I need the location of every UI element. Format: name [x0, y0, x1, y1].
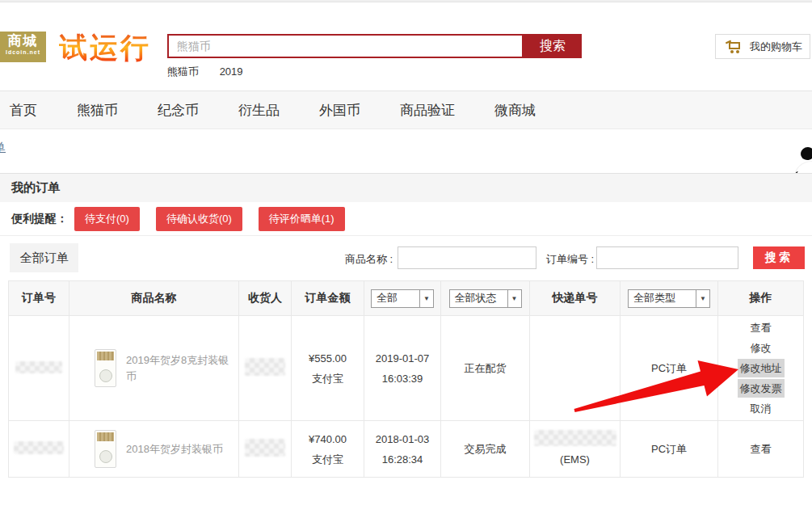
view-order-link[interactable]: 查看: [718, 318, 803, 338]
order-number-cell: [9, 421, 69, 478]
product-cell: 2019年贺岁8克封装银币: [69, 316, 239, 421]
pending-review-button[interactable]: 待评价晒单(1): [259, 207, 345, 231]
order-number-input[interactable]: [596, 246, 738, 269]
reminder-label: 便利提醒：: [11, 212, 68, 226]
nav-item-panda-coin[interactable]: 熊猫币: [77, 101, 118, 120]
modify-order-link[interactable]: 修改: [718, 338, 803, 358]
orders-table: 订单号 商品名称 收货人 订单金额 全部 ▼ 全部状态 ▼ 快递单号 全部类型: [8, 280, 804, 478]
order-status: 正在配货: [465, 362, 507, 374]
cart-label: 我的购物车: [750, 40, 802, 54]
panda-ear: [799, 145, 812, 162]
masked-order-number: [15, 361, 62, 373]
order-number-label: 订单编号 :: [546, 252, 594, 267]
tracking-carrier: (EMS): [530, 451, 620, 468]
modify-address-link[interactable]: 修改地址: [738, 359, 785, 377]
payment-method: 支付宝: [292, 449, 364, 470]
col-type-filter: 全部类型 ▼: [621, 281, 718, 316]
order-type: PC订单: [651, 362, 687, 374]
hot-keyword-link[interactable]: 熊猫币: [167, 65, 199, 78]
nav-item-foreign-coin[interactable]: 外国币: [319, 101, 360, 120]
order-time: 16:03:39: [364, 369, 440, 389]
pending-payment-button[interactable]: 待支付(0): [74, 207, 140, 231]
type-cell: PC订单: [621, 421, 718, 478]
my-cart-button[interactable]: 我的购物车: [715, 34, 810, 59]
order-time-cell: 2018-01-03 16:28:34: [364, 421, 441, 478]
order-status: 交易完成: [465, 443, 507, 455]
order-date: 2018-01-03: [364, 429, 440, 449]
logo-domain: ldcoin.net: [0, 48, 46, 56]
col-consignee: 收货人: [239, 281, 292, 316]
top-divider: [0, 0, 812, 2]
type-filter-select[interactable]: 全部类型 ▼: [628, 289, 710, 308]
pending-receipt-button[interactable]: 待确认收货(0): [156, 207, 242, 231]
reminder-bar: 便利提醒： 待支付(0) 待确认收货(0) 待评价晒单(1): [0, 202, 812, 236]
actions-cell: 查看 修改 修改地址 修改发票 取消: [718, 316, 804, 421]
nav-item-derivatives[interactable]: 衍生品: [238, 101, 280, 120]
order-management-page: 商城 ldcoin.net 试运行 搜索 熊猫币 2019 我的购物车 首页 熊…: [0, 0, 812, 514]
masked-consignee: [245, 358, 285, 376]
tab-all-orders[interactable]: 全部订单: [10, 243, 78, 272]
col-status-filter: 全部状态 ▼: [441, 281, 530, 316]
product-thumbnail[interactable]: [95, 430, 116, 468]
col-amount: 订单金额: [292, 281, 364, 316]
col-product: 商品名称: [69, 281, 239, 316]
hot-keyword-link[interactable]: 2019: [220, 65, 243, 78]
order-amount: ¥555.00: [292, 348, 364, 369]
cart-icon: [726, 40, 742, 53]
product-name-label: 商品名称 :: [345, 252, 393, 267]
masked-order-number: [14, 441, 64, 454]
status-cell: 正在配货: [441, 316, 530, 421]
col-tracking: 快递单号: [530, 281, 621, 316]
consignee-cell: [239, 421, 292, 478]
nav-item-product-verify[interactable]: 商品验证: [400, 101, 455, 120]
site-logo[interactable]: 商城 ldcoin.net: [0, 32, 46, 62]
masked-consignee: [245, 439, 285, 457]
payment-method: 支付宝: [292, 369, 364, 389]
filter-search-button[interactable]: 搜索: [753, 246, 805, 269]
time-filter-select[interactable]: 全部 ▼: [371, 289, 434, 308]
breadcrumb[interactable]: 单: [0, 141, 6, 155]
page-title-bar: 我的订单: [0, 173, 812, 202]
consignee-cell: [239, 316, 292, 421]
modify-invoice-link[interactable]: 修改发票: [738, 379, 785, 398]
nav-item-micro-mall[interactable]: 微商城: [494, 101, 536, 120]
order-amount: ¥740.00: [292, 429, 364, 449]
view-order-link[interactable]: 查看: [718, 439, 803, 459]
product-name[interactable]: 2019年贺岁8克封装银币: [126, 352, 238, 385]
main-nav: 首页 熊猫币 纪念币 衍生品 外国币 商品验证 微商城: [0, 91, 812, 129]
logo-text: 商城: [0, 34, 46, 48]
beta-badge: 试运行: [59, 29, 151, 67]
product-cell: 2018年贺岁封装银币: [69, 421, 239, 478]
nav-item-commemorative-coin[interactable]: 纪念币: [158, 101, 199, 120]
tracking-cell: (EMS): [530, 421, 621, 478]
nav-item-home[interactable]: 首页: [10, 101, 37, 120]
chevron-down-icon: ▼: [696, 290, 709, 307]
amount-cell: ¥555.00 支付宝: [292, 316, 364, 421]
status-filter-select[interactable]: 全部状态 ▼: [449, 289, 522, 308]
hot-keywords: 熊猫币 2019: [167, 65, 261, 79]
order-time-cell: 2019-01-07 16:03:39: [364, 316, 441, 421]
table-header-row: 订单号 商品名称 收货人 订单金额 全部 ▼ 全部状态 ▼ 快递单号 全部类型: [9, 281, 804, 316]
order-date: 2019-01-07: [364, 348, 440, 369]
table-row: 2018年贺岁封装银币 ¥740.00 支付宝 2018-01-03 16:28…: [9, 421, 804, 478]
tracking-cell: [530, 316, 621, 421]
type-cell: PC订单: [621, 316, 718, 421]
order-type: PC订单: [651, 443, 687, 455]
order-number-cell: [9, 316, 69, 421]
chevron-down-icon: ▼: [419, 290, 433, 307]
masked-tracking-number: [534, 430, 616, 446]
col-time-filter: 全部 ▼: [364, 281, 441, 316]
cancel-order-link[interactable]: 取消: [718, 398, 803, 419]
search-input[interactable]: [167, 34, 524, 58]
col-actions: 操作: [718, 281, 804, 316]
order-time: 16:28:34: [364, 449, 440, 470]
page-title: 我的订单: [11, 180, 60, 196]
product-name-input[interactable]: [398, 246, 536, 269]
search-button[interactable]: 搜索: [524, 34, 582, 58]
status-cell: 交易完成: [441, 421, 530, 478]
chevron-down-icon: ▼: [507, 290, 521, 307]
product-thumbnail[interactable]: [95, 349, 116, 387]
product-name[interactable]: 2018年贺岁封装银币: [126, 441, 223, 457]
amount-cell: ¥740.00 支付宝: [292, 421, 364, 478]
table-row: 2019年贺岁8克封装银币 ¥555.00 支付宝 2019-01-07 16:…: [9, 316, 804, 421]
